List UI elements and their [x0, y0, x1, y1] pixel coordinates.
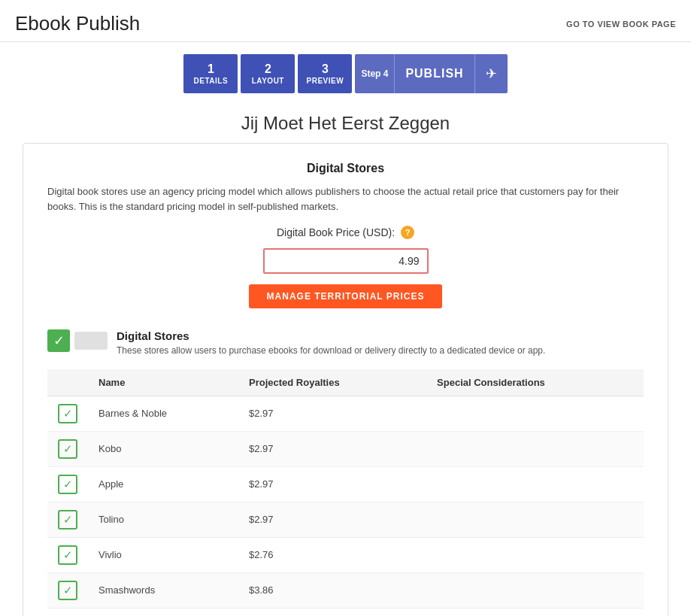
row-checkbox[interactable]: ✓	[58, 439, 77, 459]
step-3-label: PREVIEW	[307, 77, 344, 85]
row-check-cell: ✓	[47, 466, 88, 502]
app-title: Ebook Publish	[15, 12, 140, 35]
row-checkbox[interactable]: ✓	[58, 475, 77, 494]
step-1-button[interactable]: 1 DETAILS	[183, 54, 238, 93]
stores-table: Name Projected Royalties Special Conside…	[47, 369, 644, 608]
send-icon: ✈	[486, 65, 497, 82]
stores-toggle-text: Digital Stores These stores allow users …	[117, 329, 545, 357]
table-header-row: Name Projected Royalties Special Conside…	[47, 369, 644, 396]
row-check-cell: ✓	[47, 502, 88, 537]
stores-check-green[interactable]: ✓	[47, 329, 70, 352]
row-checkbox[interactable]: ✓	[58, 581, 77, 600]
step-2-label: LAYOUT	[252, 77, 284, 85]
digital-stores-title: Digital Stores	[47, 162, 644, 175]
step-3-button[interactable]: 3 PREVIEW	[298, 54, 352, 93]
col-header-name: Name	[88, 369, 238, 396]
top-header: Ebook Publish GO TO VIEW BOOK PAGE	[0, 0, 691, 42]
book-title: Jij Moet Het Eerst Zeggen	[0, 101, 691, 143]
step-3-num: 3	[322, 63, 329, 75]
row-special	[426, 396, 644, 431]
digital-stores-description: Digital book stores use an agency pricin…	[47, 184, 644, 214]
table-row: ✓ Smashwords $3.86	[47, 572, 644, 608]
publish-send-icon-button[interactable]: ✈	[474, 54, 508, 93]
table-row: ✓ Barnes & Noble $2.97	[47, 396, 644, 431]
row-checkbox[interactable]: ✓	[58, 404, 77, 423]
step-1-num: 1	[208, 63, 214, 75]
row-checkbox[interactable]: ✓	[58, 545, 77, 565]
table-row: ✓ Vivlio $2.76	[47, 537, 644, 572]
price-label: Digital Book Price (USD):	[277, 226, 395, 238]
row-name: Smashwords	[88, 572, 238, 608]
price-input-wrap	[47, 248, 644, 274]
stores-toggle-description: These stores allow users to purchase ebo…	[117, 344, 545, 357]
row-royalties: $2.76	[238, 537, 426, 572]
step-4-publish-button[interactable]: Step 4 PUBLISH	[355, 54, 474, 93]
row-royalties: $2.97	[238, 502, 426, 537]
manage-territorial-prices-button[interactable]: MANAGE TERRITORIAL PRICES	[249, 284, 443, 308]
toggle-checkbox-wrap: ✓	[47, 329, 108, 352]
price-input[interactable]	[263, 248, 429, 274]
step-2-button[interactable]: 2 LAYOUT	[241, 54, 295, 93]
row-name: Kobo	[88, 431, 238, 466]
table-row: ✓ Tolino $2.97	[47, 502, 644, 537]
row-special	[426, 537, 644, 572]
help-icon[interactable]: ?	[401, 226, 414, 239]
col-header-royalties: Projected Royalties	[238, 369, 426, 396]
table-row: ✓ Kobo $2.97	[47, 431, 644, 466]
row-check-cell: ✓	[47, 396, 88, 431]
row-check-cell: ✓	[47, 572, 88, 608]
price-row: Digital Book Price (USD): ?	[47, 226, 644, 239]
row-name: Barnes & Noble	[88, 396, 238, 431]
row-name: Vivlio	[88, 537, 238, 572]
step-4-publish-group: Step 4 PUBLISH ✈	[355, 54, 507, 93]
stores-toggle-box[interactable]	[74, 332, 108, 350]
stores-toggle-title: Digital Stores	[117, 329, 545, 342]
step-2-num: 2	[265, 63, 271, 75]
stores-toggle-row: ✓ Digital Stores These stores allow user…	[47, 329, 644, 357]
row-name: Apple	[88, 466, 238, 502]
step-4-label: PUBLISH	[395, 67, 474, 80]
col-header-check	[47, 369, 88, 396]
row-royalties: $2.97	[238, 431, 426, 466]
step-1-label: DETAILS	[194, 77, 229, 85]
steps-nav: 1 DETAILS 2 LAYOUT 3 PREVIEW Step 4 PUBL…	[0, 42, 691, 101]
row-name: Tolino	[88, 502, 238, 537]
row-checkbox[interactable]: ✓	[58, 510, 77, 530]
row-royalties: $2.97	[238, 466, 426, 502]
row-check-cell: ✓	[47, 537, 88, 572]
row-special	[426, 431, 644, 466]
view-book-link[interactable]: GO TO VIEW BOOK PAGE	[566, 20, 676, 29]
row-royalties: $2.97	[238, 396, 426, 431]
row-special	[426, 572, 644, 608]
row-royalties: $3.86	[238, 572, 426, 608]
content-card: Digital Stores Digital book stores use a…	[23, 143, 668, 616]
row-check-cell: ✓	[47, 431, 88, 466]
table-row: ✓ Apple $2.97	[47, 466, 644, 502]
col-header-special: Special Considerations	[426, 369, 644, 396]
row-special	[426, 502, 644, 537]
step-4-num: Step 4	[355, 54, 395, 93]
row-special	[426, 466, 644, 502]
